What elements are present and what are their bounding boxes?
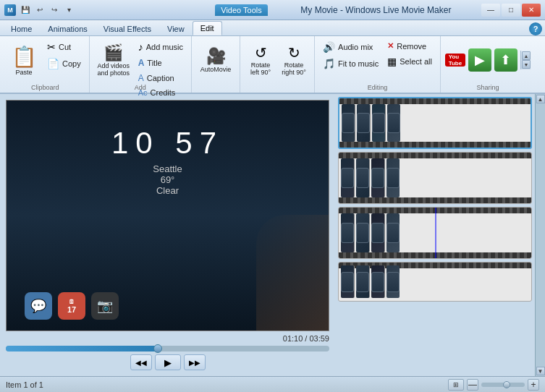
clip3-frame3 <box>371 213 385 252</box>
paste-icon: 📋 <box>12 45 37 69</box>
remove-icon: ✕ <box>387 41 394 51</box>
rotate-right-button[interactable]: ↻ Rotate right 90° <box>278 39 310 81</box>
add-videos-icon: 🎬 <box>103 43 123 62</box>
title-icon: A <box>138 58 145 68</box>
next-frame-button[interactable]: ▶▶ <box>184 354 206 370</box>
rotate-group-content: ↺ Rotate left 90° ↻ Rotate right 90° <box>245 39 310 91</box>
select-all-icon: ▦ <box>387 56 397 67</box>
sharing-scroll-up[interactable]: ▲ <box>522 51 531 60</box>
prev-frame-button[interactable]: ◀◀ <box>130 354 152 370</box>
rotate-left-icon: ↺ <box>255 44 267 61</box>
progress-bar[interactable] <box>6 346 329 351</box>
clip1-frame1 <box>342 104 355 142</box>
automovie-button[interactable]: 🎥 AutoMovie <box>196 39 235 81</box>
sharing-scroll: ▲ ▼ <box>520 51 531 69</box>
editing-sub-col2: ✕ Remove ▦ Select all <box>384 39 436 80</box>
play-button[interactable]: ▶ <box>155 354 181 370</box>
copy-button[interactable]: 📄 Copy <box>43 56 85 72</box>
quick-access-dropdown[interactable]: ▾ <box>62 4 75 17</box>
automovie-group: 🎥 AutoMovie <box>192 36 240 93</box>
close-button[interactable]: ✕ <box>522 4 541 17</box>
quick-access-toolbar: 💾 ↩ ↪ ▾ <box>19 4 75 17</box>
caption-icon: A <box>138 73 144 83</box>
camera-app-icon: 📷 <box>91 292 119 320</box>
remove-button[interactable]: ✕ Remove <box>384 39 436 53</box>
title-bar: M 💾 ↩ ↪ ▾ Video Tools My Movie - Windows… <box>0 0 545 20</box>
zoom-plus-button[interactable]: + <box>528 379 539 391</box>
title-button[interactable]: A Title <box>135 56 187 70</box>
share-green-button1[interactable]: ▶ <box>468 48 491 72</box>
add-videos-button[interactable]: 🎬 Add videos and photos <box>94 39 133 81</box>
video-background: 10 57 Seattle 69° Clear 💬 🗓17 📷 <box>7 101 329 331</box>
fit-to-music-button[interactable]: 🎵 Fit to music <box>319 56 382 72</box>
audio-mix-button[interactable]: 🔊 Audio mix <box>319 39 382 55</box>
minimize-button[interactable]: — <box>481 4 500 17</box>
clip-strip-4[interactable] <box>338 262 532 302</box>
phone-thumb11 <box>371 223 384 243</box>
ribbon: 📋 Paste ✂ Cut 📄 Copy Clipboard 🎬 Add vid… <box>0 36 545 94</box>
clip2-frames <box>339 153 402 203</box>
tab-visual-effects[interactable]: Visual Effects <box>96 21 159 35</box>
undo-button[interactable]: ↩ <box>33 4 46 17</box>
clip-strip-2[interactable] <box>338 152 532 204</box>
phone-thumb1 <box>342 113 355 133</box>
zoom-slider[interactable] <box>481 383 525 387</box>
cut-button[interactable]: ✂ Cut <box>43 39 85 55</box>
phone-location: Seattle 69° Clear <box>17 163 318 196</box>
scroll-up-button[interactable]: ▲ <box>536 95 545 103</box>
timeline-strips <box>335 94 535 376</box>
select-all-label: Select all <box>400 57 432 66</box>
share-green-button2[interactable]: ⬆ <box>494 48 517 72</box>
paste-label: Paste <box>15 69 32 76</box>
playback-controls: ◀◀ ▶ ▶▶ <box>6 354 329 370</box>
add-music-button[interactable]: ♪ Add music <box>135 39 187 55</box>
time-display: 01:10 / 03:59 <box>6 334 329 343</box>
clip-strip-3[interactable] <box>338 207 532 259</box>
rotate-left-button[interactable]: ↺ Rotate left 90° <box>245 39 276 81</box>
timeline-area: ▲ ▼ <box>335 94 545 376</box>
clipboard-label: Clipboard <box>1 84 89 91</box>
phone-time: 10 57 <box>17 111 318 161</box>
clip1-frame4 <box>387 104 400 142</box>
help-icon[interactable]: ? <box>529 22 542 35</box>
status-bar: Item 1 of 1 ⊞ — + <box>0 376 545 392</box>
sharing-label: Sharing <box>441 84 535 91</box>
zoom-minus-button[interactable]: — <box>467 379 478 391</box>
film-edge-bottom <box>339 142 531 148</box>
window-title: My Movie - Windows Live Movie Maker <box>271 5 481 15</box>
clip-strip-1[interactable] <box>338 97 532 149</box>
condition-text: Clear <box>156 185 179 196</box>
clip3-frame4 <box>386 213 400 252</box>
editing-sub-col: 🔊 Audio mix 🎵 Fit to music <box>319 39 382 82</box>
scroll-down-button[interactable]: ▼ <box>536 367 545 375</box>
maximize-button[interactable]: □ <box>502 4 520 17</box>
item-info: Item 1 of 1 <box>6 380 442 389</box>
tab-animations[interactable]: Animations <box>40 21 95 35</box>
redo-button[interactable]: ↪ <box>48 4 61 17</box>
tab-home[interactable]: Home <box>3 21 40 35</box>
phone-thumb14 <box>356 272 369 292</box>
scissors-icon: ✂ <box>47 41 56 53</box>
sharing-group: YouTube ▶ ⬆ ▲ ▼ Sharing <box>441 36 535 93</box>
tab-view[interactable]: View <box>159 21 193 35</box>
select-all-button[interactable]: ▦ Select all <box>384 54 436 69</box>
rotate-right-label: Rotate right 90° <box>280 61 308 76</box>
tab-edit[interactable]: Edit <box>193 21 222 35</box>
caption-button[interactable]: A Caption <box>135 71 187 85</box>
title-label: Title <box>147 59 161 67</box>
clip4-frame4 <box>386 265 400 298</box>
clipboard-group: 📋 Paste ✂ Cut 📄 Copy Clipboard <box>1 36 90 93</box>
phone-thumb3 <box>372 113 385 133</box>
add-label: Add <box>90 84 191 91</box>
phone-thumb15 <box>371 272 384 292</box>
clip1-frame2 <box>357 104 371 142</box>
clip1-frames <box>339 98 402 148</box>
youtube-icon[interactable]: YouTube <box>445 54 465 67</box>
clip2-frame2 <box>356 158 370 197</box>
view-toggle-button[interactable]: ⊞ <box>448 379 464 391</box>
zoom-controls: ⊞ — + <box>448 379 539 391</box>
paste-button[interactable]: 📋 Paste <box>6 39 42 81</box>
rotate-group: ↺ Rotate left 90° ↻ Rotate right 90° <box>240 36 315 93</box>
sharing-scroll-down[interactable]: ▼ <box>522 60 531 69</box>
save-button[interactable]: 💾 <box>19 4 32 17</box>
